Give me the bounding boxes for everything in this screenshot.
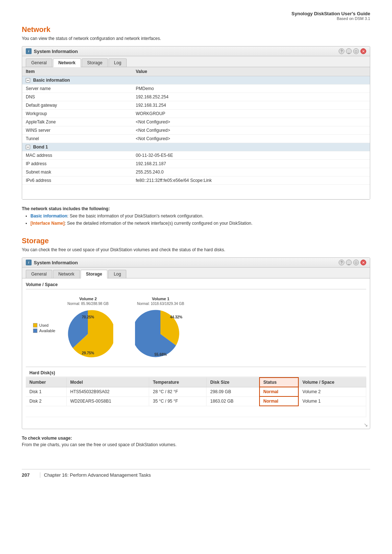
col-status: Status — [260, 378, 299, 387]
table-row: IPv6 address fe80::211:32ff:fe05:e56e/64… — [22, 176, 370, 185]
table-row: DNS 192.168.252.254 — [22, 93, 370, 101]
value-ip: 192.168.21.187 — [132, 160, 370, 168]
close-button[interactable]: ✕ — [360, 48, 366, 54]
col-temperature: Temperature — [149, 378, 207, 387]
value-ipv6: fe80::211:32ff:fe05:e56e/64 Scope:Link — [132, 176, 370, 185]
disk-row-1: Disk 1 HTS545032B9SA02 28 °C / 82 °F 298… — [26, 387, 366, 396]
system-info-icon: i — [26, 48, 32, 54]
page-number: 207 — [22, 472, 40, 478]
value-wins: <Not Configured> — [132, 126, 370, 135]
value-default-gateway: 192.168.31.254 — [132, 101, 370, 110]
value-appletalk: <Not Configured> — [132, 118, 370, 126]
tab-network[interactable]: Network — [53, 58, 81, 67]
resize-handle[interactable]: ↘ — [22, 421, 370, 429]
item-ipv6: IPv6 address — [22, 176, 132, 185]
usage-notes-title: To check volume usage: — [22, 436, 370, 441]
volume-space-section: Volume / Space Used Available Volume 2 — [22, 278, 370, 421]
col-number: Number — [26, 378, 66, 387]
network-section-title: Network — [22, 25, 370, 34]
disk-row-2: Disk 2 WD20EARS-00S8B1 35 °C / 95 °F 186… — [26, 396, 366, 406]
help-button[interactable]: ? — [339, 48, 344, 54]
charts-container: Used Available Volume 2 Normal: 85.96/28… — [26, 293, 366, 367]
col-model: Model — [66, 378, 149, 387]
collapse-basic-icon[interactable]: − — [26, 78, 30, 82]
usage-notes-text: From the pie charts, you can see the fre… — [22, 442, 370, 447]
network-section-desc: You can view the status of network confi… — [22, 36, 370, 41]
guide-title: Synology DiskStation User's Guide — [291, 11, 370, 16]
disk2-status: Normal — [260, 396, 299, 406]
minimize-button[interactable]: _ — [346, 48, 352, 54]
volume1-used-pct: 44.32% — [170, 315, 183, 319]
disk2-status-value: Normal — [264, 399, 278, 404]
network-notes-title: The network status includes the followin… — [22, 206, 370, 211]
tab-network-storage[interactable]: Network — [53, 270, 80, 278]
disk-table-header-row: Number Model Temperature Disk Size Statu… — [26, 378, 366, 387]
tab-general-network[interactable]: General — [26, 58, 52, 67]
table-row: Server name PMDemo — [22, 85, 370, 93]
col-volume-space: Volume / Space — [298, 378, 366, 387]
item-workgroup: Workgroup — [22, 110, 132, 118]
volume1-pie: 44.32% 55.68% — [135, 309, 186, 359]
col-item: Item — [22, 67, 132, 76]
tab-storage-active[interactable]: Storage — [81, 270, 108, 278]
value-dns: 192.168.252.254 — [132, 93, 370, 101]
table-row: AppleTalk Zone <Not Configured> — [22, 118, 370, 126]
disk1-status: Normal — [260, 387, 299, 396]
tab-general-storage[interactable]: General — [26, 270, 52, 278]
item-tunnel: Tunnel — [22, 135, 132, 143]
chapter-text: Chapter 16: Perform Advanced Management … — [40, 472, 151, 478]
table-row: Subnet mask 255.255.240.0 — [22, 168, 370, 176]
storage-close-button[interactable]: ✕ — [360, 260, 366, 265]
value-workgroup: WORKGROUP — [132, 110, 370, 118]
volume2-sublabel: Normal: 85.96/288.98 GB — [68, 302, 109, 306]
empty-disk-row — [26, 406, 366, 417]
storage-help-button[interactable]: ? — [339, 260, 344, 265]
table-row: WINS server <Not Configured> — [22, 126, 370, 135]
harddisk-section: Hard Disk(s) Number Model Temperature Di… — [26, 367, 366, 417]
chart-legend: Used Available — [33, 323, 55, 333]
table-row: IP address 192.168.21.187 — [22, 160, 370, 168]
col-value: Value — [132, 67, 370, 76]
note-interface-highlight: [Interface Name] — [30, 221, 65, 226]
storage-sys-panel: i System Information ? _ □ ✕ General Net… — [22, 257, 370, 429]
harddisk-header: Hard Disk(s) — [26, 369, 366, 377]
maximize-button[interactable]: □ — [353, 48, 359, 54]
network-tabs: General Network Storage Log — [22, 56, 370, 67]
tab-storage-network[interactable]: Storage — [82, 58, 108, 67]
usage-notes: To check volume usage: From the pie char… — [22, 436, 370, 447]
disk2-temp: 35 °C / 95 °F — [149, 396, 207, 406]
volume2-label: Volume 2 — [79, 297, 97, 301]
storage-window-controls: ? _ □ ✕ — [339, 260, 366, 265]
value-server-name: PMDemo — [132, 85, 370, 93]
network-notes: The network status includes the followin… — [22, 206, 370, 226]
item-mac: MAC address — [22, 151, 132, 160]
network-panel-header: i System Information ? _ □ ✕ — [22, 46, 370, 56]
storage-tabs: General Network Storage Log — [22, 268, 370, 278]
disk1-number: Disk 1 — [26, 387, 66, 396]
item-server-name: Server name — [22, 85, 132, 93]
empty-row — [22, 185, 370, 199]
network-notes-list: Basic information: See the basic informa… — [22, 213, 370, 226]
note-basic-info: Basic information: See the basic informa… — [25, 213, 370, 219]
volume1-sublabel: Normal: 1018.63/1829.34 GB — [137, 302, 184, 306]
item-wins: WINS server — [22, 126, 132, 135]
disk1-temp: 28 °C / 82 °F — [149, 387, 207, 396]
storage-maximize-button[interactable]: □ — [353, 260, 359, 265]
disk1-status-value: Normal — [264, 389, 278, 394]
storage-panel-title: i System Information — [26, 260, 78, 265]
table-row: Workgroup WORKGROUP — [22, 110, 370, 118]
disk1-size: 298.09 GB — [207, 387, 260, 396]
item-default-gateway: Default gateway — [22, 101, 132, 110]
volume2-pie: 70.25% 29.75% — [62, 309, 113, 359]
network-info-table: Item Value − Basic information Server na… — [22, 67, 370, 199]
disk2-model: WD20EARS-00S8B1 — [66, 396, 149, 406]
storage-minimize-button[interactable]: _ — [346, 260, 352, 265]
tab-log-storage[interactable]: Log — [108, 270, 126, 278]
network-window-controls: ? _ □ ✕ — [339, 48, 366, 54]
tab-log-network[interactable]: Log — [109, 58, 127, 67]
disk2-size: 1863.02 GB — [207, 396, 260, 406]
legend-used: Used — [33, 323, 55, 327]
collapse-bond-icon[interactable]: − — [26, 145, 30, 149]
storage-section-desc: You can check the free or used space of … — [22, 247, 370, 252]
page-footer: 207 Chapter 16: Perform Advanced Managem… — [22, 469, 370, 478]
